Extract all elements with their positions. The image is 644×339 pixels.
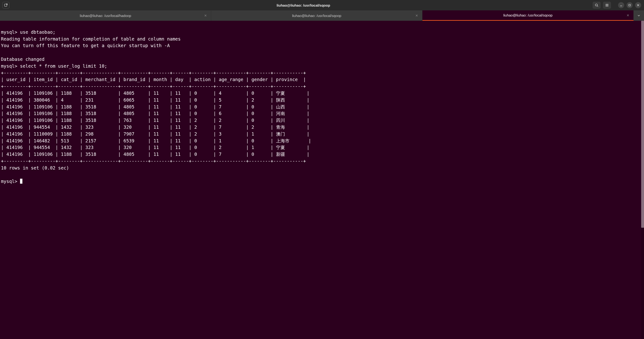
svg-rect-11: [629, 4, 630, 6]
tab-label: liuhao@liuhao: /usr/local/sqoop: [292, 14, 341, 18]
new-tab-button[interactable]: [2, 2, 10, 8]
tab-close-button[interactable]: ×: [626, 13, 629, 18]
close-button[interactable]: [635, 2, 641, 8]
tabbar: liuhao@liuhao: /usr/local/hadoop × liuha…: [0, 10, 644, 21]
terminal-area[interactable]: mysql> use dbtaobao; Reading table infor…: [0, 21, 644, 339]
titlebar: liuhao@liuhao: /usr/local/sqoop: [0, 0, 644, 10]
svg-line-6: [597, 6, 598, 7]
maximize-button[interactable]: [626, 2, 633, 8]
tab-2[interactable]: liuhao@liuhao: /usr/local/sqoop ×: [422, 10, 634, 21]
tab-close-button[interactable]: ×: [204, 13, 207, 18]
svg-point-5: [596, 4, 598, 6]
titlebar-right: [592, 2, 644, 9]
cursor: [20, 179, 22, 184]
minimize-button[interactable]: [618, 2, 624, 8]
maximize-icon: [628, 4, 631, 6]
scrollbar-thumb[interactable]: [641, 21, 644, 228]
search-icon: [595, 3, 598, 7]
terminal-output: mysql> use dbtaobao; Reading table infor…: [1, 22, 643, 185]
hamburger-menu-button[interactable]: [603, 2, 611, 9]
close-icon: [637, 4, 640, 6]
tab-close-button[interactable]: ×: [415, 13, 418, 18]
chevron-down-icon: [637, 14, 640, 17]
new-tab-icon: [4, 3, 8, 7]
scrollbar[interactable]: [641, 21, 644, 339]
tab-label: liuhao@liuhao: /usr/local/hadoop: [80, 14, 131, 18]
hamburger-icon: [605, 3, 609, 7]
tab-0[interactable]: liuhao@liuhao: /usr/local/hadoop ×: [0, 10, 211, 21]
titlebar-left: [0, 2, 14, 8]
tab-label: liuhao@liuhao: /usr/local/sqoop: [503, 13, 552, 17]
search-button[interactable]: [592, 2, 601, 9]
window-title: liuhao@liuhao: /usr/local/sqoop: [14, 3, 592, 7]
tab-dropdown-button[interactable]: [634, 10, 644, 21]
minimize-icon: [620, 4, 622, 6]
tab-1[interactable]: liuhao@liuhao: /usr/local/sqoop ×: [211, 10, 422, 21]
